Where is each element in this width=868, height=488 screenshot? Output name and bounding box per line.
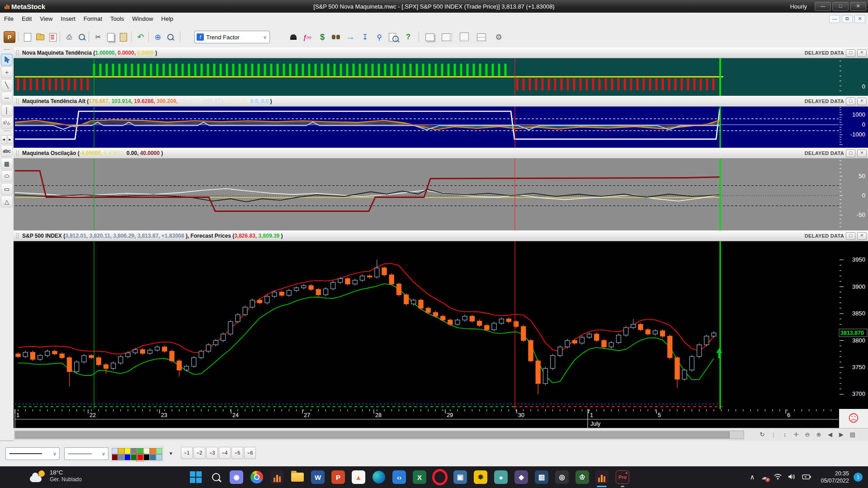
bee-app-icon[interactable]: ❋ <box>473 469 488 485</box>
paste-button[interactable] <box>118 31 129 43</box>
panel-restore-button[interactable]: ▢ <box>846 49 855 57</box>
panel-close-button[interactable]: ✕ <box>857 150 867 157</box>
file-explorer-icon[interactable] <box>290 469 305 485</box>
context-help-icon[interactable]: ? <box>402 31 414 43</box>
excel-icon[interactable]: X <box>412 469 427 485</box>
panel-drag-handle[interactable] <box>16 233 19 239</box>
menu-tools[interactable]: Tools <box>106 13 128 25</box>
indicator-builder-icon[interactable]: ƒ(x) <box>301 31 313 43</box>
vscode-icon[interactable]: ‹› <box>392 469 407 485</box>
scrollbar-thumb[interactable] <box>15 432 730 438</box>
chat-icon[interactable]: ◉ <box>229 469 244 485</box>
vertical-fit-button[interactable]: ↕ <box>780 430 790 439</box>
pro-app-icon[interactable]: Pro <box>615 469 630 485</box>
horizontal-scrollbar[interactable] <box>14 431 744 439</box>
undo-icon[interactable]: ↶ <box>135 31 146 43</box>
panel-restore-button[interactable]: ▢ <box>846 98 855 105</box>
cascade-windows-icon[interactable] <box>424 31 436 43</box>
camera-app-icon[interactable]: ◎ <box>554 469 570 485</box>
color-palette[interactable] <box>110 446 163 461</box>
chrome-icon[interactable] <box>249 469 264 485</box>
weather-widget[interactable]: 18°C Ger. Nublado <box>30 469 82 483</box>
opera-icon[interactable] <box>432 469 448 485</box>
forecaster-icon[interactable]: → <box>344 31 356 43</box>
gear-icon[interactable]: ⚙ <box>493 31 505 43</box>
menu-help[interactable]: Help <box>157 13 178 25</box>
panel-header-nova-maquineta-tendencia[interactable]: Nova Maquineta Tendência (1.00000, 0.000… <box>14 47 868 58</box>
print-preview-button[interactable] <box>76 31 88 43</box>
data-window-button[interactable]: ▤ <box>848 430 858 439</box>
refresh-button[interactable]: ↻ <box>757 430 767 439</box>
color-swatch[interactable] <box>118 454 124 460</box>
mdi-close-button[interactable]: ✕ <box>854 15 865 23</box>
rectangle-tool-button[interactable]: ▭ <box>1 183 13 195</box>
word-icon[interactable]: W <box>310 469 326 485</box>
panel-restore-button[interactable]: ▢ <box>846 232 855 240</box>
template-combobox[interactable]: f Trend Factor ∨ <box>194 31 270 43</box>
tile-grid-icon[interactable] <box>476 31 487 43</box>
color-swatch[interactable] <box>131 448 137 454</box>
chart-layout-button-3[interactable]: ⌁3 <box>206 447 218 459</box>
chart-app-icon[interactable] <box>269 469 285 485</box>
scroll-right-button[interactable]: ▶ <box>836 430 846 439</box>
vlc-icon[interactable]: ▲ <box>351 469 366 485</box>
color-swatch[interactable] <box>150 448 156 454</box>
panel-close-button[interactable]: ✕ <box>857 98 867 105</box>
menu-insert[interactable]: Insert <box>57 13 80 25</box>
chart-layout-button-4[interactable]: ⌁4 <box>219 447 231 459</box>
search-icon[interactable] <box>208 469 224 485</box>
color-swatch[interactable] <box>156 448 162 454</box>
menu-edit[interactable]: Edit <box>18 13 36 25</box>
app-icon[interactable]: ● <box>493 469 509 485</box>
panel-header-maquineta-oscilacao[interactable]: Maquineta Oscilação (-4.00000, 6.43612, … <box>14 148 868 159</box>
chess-app-icon[interactable]: ♔ <box>575 469 590 485</box>
edge-icon[interactable] <box>371 469 387 485</box>
panel-close-button[interactable]: ✕ <box>857 232 867 240</box>
tile-vertical-icon[interactable] <box>441 31 453 43</box>
color-swatch[interactable] <box>118 448 124 454</box>
powerpoint-icon[interactable]: P <box>330 469 346 485</box>
grid-tool-button[interactable]: ▦ <box>1 158 13 169</box>
color-swatch[interactable] <box>143 454 150 460</box>
triangle-tool-button[interactable]: △ <box>1 196 13 207</box>
open-button[interactable] <box>34 31 46 43</box>
panel-header-sp500-index[interactable]: S&P 500 INDEX (3,812.01, 3,820.11, 3,806… <box>14 230 868 241</box>
color-swatch[interactable] <box>137 454 143 460</box>
zoom-icon[interactable] <box>165 31 176 43</box>
start-button[interactable] <box>188 469 203 485</box>
tile-horizontal-icon[interactable] <box>458 31 470 43</box>
metastock-icon[interactable] <box>594 469 609 485</box>
line-weight-combobox[interactable]: ∨ <box>64 447 108 460</box>
maximize-button[interactable]: □ <box>832 2 849 11</box>
app-icon[interactable]: ▥ <box>534 469 549 485</box>
new-chart-button[interactable] <box>22 31 33 43</box>
close-button[interactable]: ✕ <box>850 2 866 11</box>
chart-layout-button-5[interactable]: ⌁5 <box>231 447 243 459</box>
scroll-left-tool[interactable]: ◀ <box>1 135 7 144</box>
color-swatch[interactable] <box>137 448 143 454</box>
print-button[interactable]: ⎙ <box>63 31 75 43</box>
system-report-icon[interactable] <box>388 31 400 43</box>
horizontal-line-tool-button[interactable]: ─ <box>1 92 13 103</box>
menu-view[interactable]: View <box>36 13 57 25</box>
expert-advisor-icon[interactable]: $ <box>316 31 328 43</box>
mdi-restore-button[interactable]: ⧉ <box>842 15 853 23</box>
color-swatch[interactable] <box>124 448 131 454</box>
zoom-out-button[interactable]: ⊖ <box>802 430 812 439</box>
save-button[interactable] <box>47 31 59 43</box>
binoculars-icon[interactable] <box>330 31 342 43</box>
panel-drag-handle[interactable] <box>16 150 19 156</box>
volume-icon[interactable] <box>788 474 796 481</box>
explorer-icon[interactable] <box>288 31 299 43</box>
panel-restore-button[interactable]: ▢ <box>846 150 855 157</box>
onedrive-icon[interactable]: ☁✕ <box>761 473 768 481</box>
line-style-combobox[interactable]: ∨ <box>5 447 60 460</box>
color-swatch[interactable] <box>156 454 162 460</box>
panel-header-maquineta-tendencia-alt[interactable]: Maquineta Tendência Alt (176.667, 103.91… <box>14 96 868 107</box>
chart-layout-button-6[interactable]: ⌁6 <box>244 447 256 459</box>
mdi-minimize-button[interactable]: — <box>829 15 840 23</box>
notification-badge[interactable]: 1 <box>854 473 863 482</box>
cut-button[interactable]: ✂ <box>92 31 104 43</box>
trendline-tool-button[interactable]: ╲ <box>1 79 13 91</box>
ellipse-tool-button[interactable]: ⬭ <box>1 170 13 182</box>
